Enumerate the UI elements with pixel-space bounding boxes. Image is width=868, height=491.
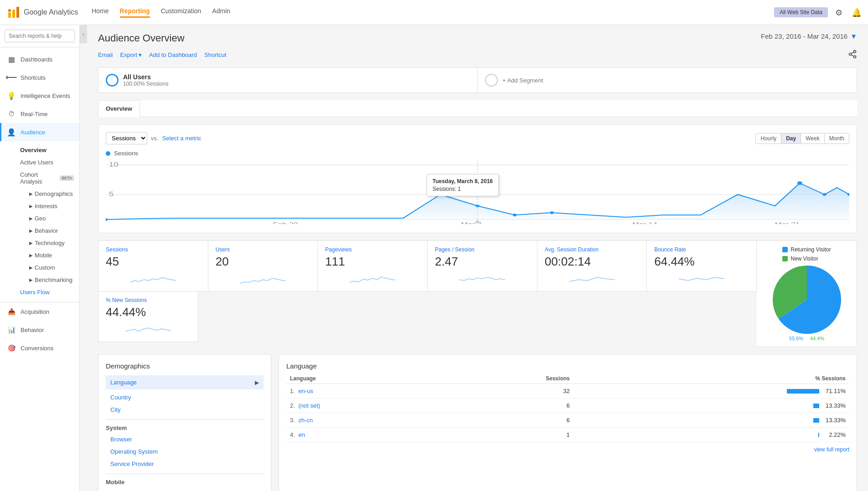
add-segment-circle [485, 74, 498, 87]
date-range-text: Feb 23, 2016 - Mar 24, 2016 [761, 32, 847, 40]
view-full-report-link[interactable]: view full report [814, 446, 849, 453]
submenu-users-flow[interactable]: Users Flow [15, 286, 79, 298]
demo-mobile-os-item[interactable]: Operating System [106, 487, 264, 491]
sidebar-item-shortcuts[interactable]: ⟵ Shortcuts [0, 68, 79, 87]
lang-header: Language [286, 362, 849, 370]
demo-os-link: Operating System [110, 448, 158, 455]
sidebar-item-acquisition-label: Acquisition [21, 308, 49, 315]
audience-icon: 👤 [7, 128, 16, 137]
submenu-geo[interactable]: ▶ Geo [15, 212, 79, 225]
time-hourly[interactable]: Hourly [756, 133, 781, 143]
nav-admin[interactable]: Admin [212, 7, 230, 18]
lang-name-1[interactable]: (not set) [298, 402, 320, 409]
bell-icon[interactable]: 🔔 [852, 8, 861, 17]
submenu-benchmarking[interactable]: ▶ Benchmarking [15, 274, 79, 286]
logo-text: Google Analytics [24, 8, 78, 16]
sidebar-item-intelligence[interactable]: 💡 Intelligence Events [0, 87, 79, 105]
metric-users-sparkline [216, 271, 310, 284]
lang-table-body: 1. en-us 32 71.11% 2. (not set) 6 13.33%… [286, 384, 849, 442]
export-button[interactable]: Export ▾ [120, 51, 142, 58]
sidebar-item-acquisition[interactable]: 📥 Acquisition [0, 302, 79, 321]
metric-new-sessions-label: % New Sessions [106, 297, 191, 303]
metric-pages-sparkline [435, 271, 530, 284]
pie-legend-new: New Visitor [782, 256, 831, 262]
returning-label: Returning Visitor [790, 246, 831, 253]
submenu-technology[interactable]: ▶ Technology [15, 237, 79, 249]
submenu-custom[interactable]: ▶ Custom [15, 261, 79, 274]
sidebar-collapse-toggle[interactable]: ‹ [80, 25, 87, 43]
submenu-behavior[interactable]: ▶ Behavior [15, 225, 79, 237]
lang-sessions-0: 32 [443, 384, 574, 399]
sidebar-item-dashboards[interactable]: ▦ Dashboards [0, 50, 79, 68]
submenu-overview[interactable]: Overview [15, 144, 79, 156]
nav-customization[interactable]: Customization [161, 7, 202, 18]
lang-table-header: Language Sessions % Sessions [286, 373, 849, 384]
lang-table-row: 1. en-us 32 71.11% [286, 384, 849, 399]
demo-country-item[interactable]: Country [106, 391, 264, 404]
shortcut-button[interactable]: Shortcut [204, 51, 226, 58]
submenu-demographics[interactable]: ▶ Demographics [15, 188, 79, 200]
vs-text: vs. [151, 135, 159, 142]
metric-pageviews-label: Pageviews [325, 246, 420, 253]
demographics-title: Demographics [106, 362, 264, 370]
submenu-active-users[interactable]: Active Users [15, 156, 79, 169]
sidebar-item-audience[interactable]: 👤 Audience [0, 123, 79, 141]
content-inner: Audience Overview Feb 23, 2016 - Mar 24,… [87, 25, 868, 491]
metric-avg-session-value: 00:02:14 [545, 255, 640, 269]
lang-name-0[interactable]: en-us [298, 388, 313, 394]
metric-sessions-label: Sessions [106, 246, 201, 253]
nav-home[interactable]: Home [92, 7, 108, 18]
metric-users-value: 20 [216, 255, 310, 269]
settings-icon[interactable]: ⚙ [835, 8, 844, 17]
tab-bar: Overview [98, 100, 857, 117]
demo-language-item[interactable]: Language ▶ [106, 375, 264, 389]
share-icon[interactable] [848, 50, 857, 60]
add-to-dashboard-button[interactable]: Add to Dashboard [149, 51, 197, 58]
lang-rank-1: 2. (not set) [286, 399, 443, 413]
submenu-mobile[interactable]: ▶ Mobile [15, 249, 79, 261]
lang-name-3[interactable]: en [298, 431, 305, 438]
svg-point-21 [823, 193, 827, 196]
sidebar-item-audience-label: Audience [21, 129, 45, 136]
all-users-segment[interactable]: All Users 100.00% Sessions [98, 68, 478, 92]
demo-city-item[interactable]: City [106, 404, 264, 416]
date-range-picker[interactable]: Feb 23, 2016 - Mar 24, 2016 ▼ [761, 32, 857, 40]
metric-avg-session: Avg. Session Duration 00:02:14 [537, 240, 647, 292]
add-segment-button[interactable]: + Add Segment [478, 68, 857, 92]
metric-bounce-rate-value: 64.44% [654, 255, 749, 269]
tab-overview[interactable]: Overview [98, 100, 140, 117]
sidebar-item-behavior[interactable]: 📊 Behavior [0, 321, 79, 339]
lang-pct-cell-1: 13.33% [574, 399, 849, 413]
sidebar-item-realtime[interactable]: ⏱ Real-Time [0, 105, 79, 123]
lang-bar-0 [787, 389, 819, 394]
metric-selector: Sessions vs. Select a metric [106, 132, 202, 144]
metric-sessions-value: 45 [106, 255, 201, 269]
nav-reporting[interactable]: Reporting [120, 7, 150, 18]
lang-pct-1: 13.33% [823, 402, 846, 409]
new-visitor-color [782, 256, 788, 261]
site-selector[interactable]: All Web Site Data [774, 7, 828, 17]
demo-service-provider-item[interactable]: Service Provider [106, 458, 264, 470]
time-day[interactable]: Day [781, 133, 801, 143]
metric-dropdown[interactable]: Sessions [106, 132, 147, 144]
sidebar-main-nav: ▦ Dashboards ⟵ Shortcuts 💡 Intelligence … [0, 47, 79, 144]
search-input[interactable] [5, 30, 75, 42]
demo-country-link: Country [110, 394, 131, 401]
acquisition-icon: 📥 [7, 307, 16, 316]
lang-sessions-2: 6 [443, 413, 574, 428]
submenu-interests[interactable]: ▶ Interests [15, 200, 79, 212]
demo-browser-item[interactable]: Browser [106, 433, 264, 445]
chart-legend: Sessions [106, 150, 849, 157]
svg-line-8 [851, 52, 854, 53]
sidebar-item-conversions[interactable]: 🎯 Conversions [0, 339, 79, 357]
lang-bar-3 [818, 433, 819, 437]
select-metric-link[interactable]: Select a metric [162, 135, 202, 142]
submenu-cohort-analysis[interactable]: Cohort Analysis BETA [15, 169, 79, 188]
email-button[interactable]: Email [98, 51, 113, 58]
demo-language-label: Language [110, 379, 137, 386]
demo-os-item[interactable]: Operating System [106, 445, 264, 458]
time-month[interactable]: Month [824, 133, 849, 143]
main-layout: ▦ Dashboards ⟵ Shortcuts 💡 Intelligence … [0, 25, 868, 491]
lang-name-2[interactable]: zh-cn [298, 417, 313, 424]
time-week[interactable]: Week [801, 133, 824, 143]
